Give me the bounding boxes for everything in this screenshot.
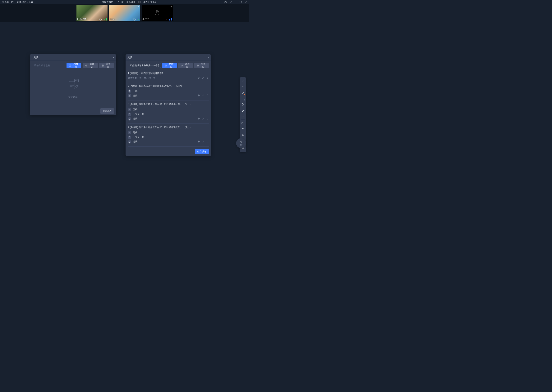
quiz-name-input[interactable] <box>32 63 65 68</box>
save-quiz-button[interactable]: 保存试卷 <box>100 108 114 114</box>
participant-name: 王小明 <box>142 17 149 21</box>
delete-question-icon[interactable] <box>206 94 209 97</box>
raise-hand-button[interactable]: 0/2 <box>236 138 246 148</box>
participants-tool-icon[interactable] <box>240 132 246 138</box>
question-text: [多选题] 施华洛世奇是反华品牌，所以梁鼎琪反华。 （2分） <box>130 126 192 129</box>
panel-title: 测验 <box>34 56 38 59</box>
panel-title: 测验 <box>127 56 132 59</box>
mic-muted-icon <box>165 18 167 21</box>
question-option[interactable]: B错误 <box>128 93 209 98</box>
video-tile-student[interactable]: × Nina <box>109 5 140 21</box>
question-type-short-button[interactable]: 简答题 <box>194 63 209 68</box>
eraser-tool-icon[interactable] <box>240 107 246 113</box>
video-tile-teacher[interactable]: 叮当老师 <box>76 5 108 21</box>
raise-hand-count: 0/2 <box>240 144 242 146</box>
cursor-click-tool-icon[interactable] <box>240 78 246 84</box>
settings-gear-icon[interactable] <box>229 0 232 4</box>
session-id-label: ID： <box>138 1 143 3</box>
quiz-panel-empty: ‹ 测验 × 判断题 选择题 简答题 暂无试题 保存试卷 <box>30 54 116 115</box>
mic-icon <box>137 18 139 21</box>
svg-point-4 <box>156 10 159 13</box>
fullscreen-icon[interactable] <box>239 0 242 4</box>
question-type-judge-button[interactable]: 判断题 <box>66 63 81 68</box>
question-item: 1[简答题] 一年四季分别是哪四季?参考答案：春、夏、秋、冬 <box>128 70 209 82</box>
close-icon[interactable]: × <box>113 56 114 59</box>
svg-rect-7 <box>169 19 170 20</box>
question-text: [判断题] 我国宪法上一次更新是在2020年。 （2分） <box>130 84 183 88</box>
edit-question-icon[interactable] <box>202 140 204 143</box>
question-type-choice-button[interactable]: 选择题 <box>83 63 98 68</box>
folder-tool-icon[interactable] <box>240 120 246 126</box>
question-option[interactable]: B不完全正确 <box>128 112 209 117</box>
svg-point-19 <box>243 81 243 82</box>
close-icon[interactable]: × <box>207 56 209 59</box>
minimize-icon[interactable] <box>234 0 237 4</box>
question-type-judge-button[interactable]: 判断题 <box>162 63 177 68</box>
back-icon[interactable]: ‹ <box>32 56 32 59</box>
delete-question-icon[interactable] <box>206 140 209 143</box>
camera-off-icon <box>153 8 161 18</box>
top-status-bar: 丢包率：0% 网络状态：良好 神秘大自然 已上课：02:34:09 ID：202… <box>0 0 249 4</box>
svg-rect-8 <box>69 65 71 66</box>
svg-rect-16 <box>165 65 167 66</box>
option-text: 错误 <box>133 94 138 98</box>
svg-rect-0 <box>225 1 226 3</box>
svg-point-1 <box>230 2 231 2</box>
network-value: 良好 <box>29 1 33 3</box>
video-strip: 叮当老师 × Nina × 王小明 <box>0 4 249 22</box>
participant-name: 叮当老师 <box>77 17 87 21</box>
svg-point-15 <box>77 80 77 81</box>
camera-toggle-icon[interactable] <box>224 0 227 4</box>
question-option[interactable]: A正确 <box>128 107 209 112</box>
elapsed-label: 已上课： <box>117 1 126 3</box>
svg-rect-23 <box>242 129 244 130</box>
tile-close-icon[interactable]: × <box>138 5 139 8</box>
video-tile-student-camoff[interactable]: × 王小明 <box>142 5 173 21</box>
option-letter: B <box>128 112 131 116</box>
pen-tool-icon[interactable] <box>240 90 246 96</box>
svg-point-22 <box>242 115 243 116</box>
question-option[interactable]: A是的 <box>128 130 209 135</box>
toolbox-tool-icon[interactable] <box>240 126 246 132</box>
question-option[interactable]: B不完全正确 <box>128 135 209 140</box>
move-tool-icon[interactable] <box>240 84 246 90</box>
edit-question-icon[interactable] <box>202 94 204 97</box>
question-text: [单选题] 施华洛世奇是反华品牌，所以梁鼎琪反华。 （2分） <box>130 102 192 106</box>
edit-question-icon[interactable] <box>202 77 204 80</box>
question-type-short-button[interactable]: 简答题 <box>99 63 114 68</box>
svg-rect-2 <box>104 19 105 20</box>
save-quiz-button[interactable]: 保存试卷 <box>195 149 209 154</box>
move-question-icon[interactable] <box>197 140 200 143</box>
delete-question-icon[interactable] <box>206 77 209 80</box>
answer-ref-text: 春、夏、秋、冬 <box>139 76 155 80</box>
session-id-value: 2020070324 <box>143 1 156 3</box>
packet-loss-label: 丢包率： <box>2 1 11 3</box>
question-option[interactable]: C错误 <box>128 140 209 144</box>
question-option[interactable]: C错误 <box>128 117 209 121</box>
question-type-choice-button[interactable]: 选择题 <box>178 63 193 68</box>
tile-close-icon[interactable]: × <box>170 5 172 8</box>
quiz-panel-filled: 测验 × 判断题 选择题 简答题 1[简答题] 一年四季分别是哪四季?参考答案：… <box>125 54 211 156</box>
scissors-tool-icon[interactable] <box>240 101 246 107</box>
option-text: 正确 <box>133 90 138 93</box>
camera-status-icon <box>99 18 102 21</box>
question-option[interactable]: A正确 <box>128 89 209 93</box>
option-text: 不完全正确 <box>133 112 144 116</box>
delete-question-icon[interactable] <box>206 117 209 120</box>
laser-pointer-icon[interactable] <box>240 113 246 119</box>
svg-point-13 <box>75 80 75 81</box>
close-window-icon[interactable] <box>244 0 247 4</box>
edit-question-icon[interactable] <box>202 117 204 120</box>
option-letter: A <box>128 89 131 93</box>
option-text: 是的 <box>133 131 138 134</box>
svg-point-24 <box>242 134 243 135</box>
text-tool-icon[interactable] <box>240 96 246 101</box>
quiz-title-field[interactable] <box>128 63 161 68</box>
option-letter: C <box>128 117 131 121</box>
move-question-icon[interactable] <box>197 77 200 80</box>
option-letter: B <box>128 135 131 139</box>
svg-rect-3 <box>138 19 138 20</box>
move-question-icon[interactable] <box>197 117 200 120</box>
option-text: 正确 <box>133 108 138 111</box>
move-question-icon[interactable] <box>197 94 200 97</box>
